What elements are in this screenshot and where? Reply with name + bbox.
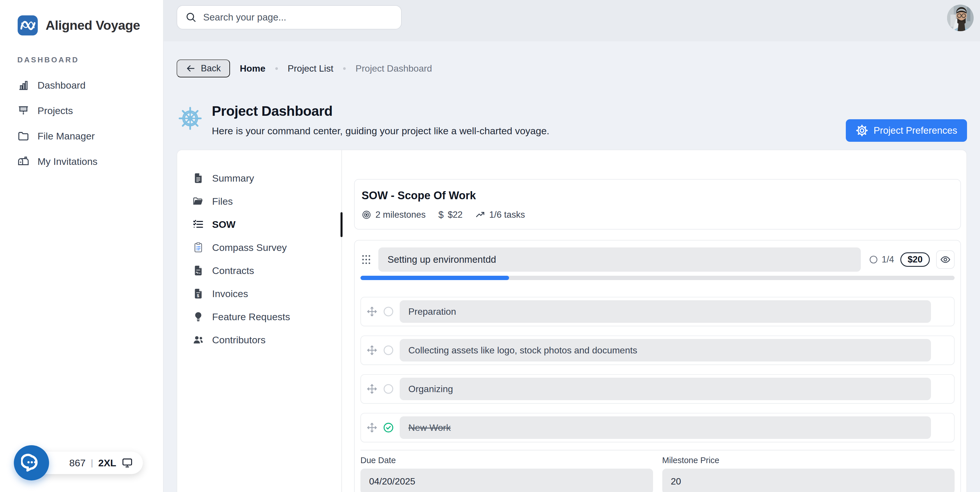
project-nav-contracts[interactable]: Contracts [177,259,341,282]
gear-icon [856,124,868,137]
task-checkbox-icon[interactable] [383,384,394,395]
project-nav-label: SOW [212,219,235,230]
monitor-icon [121,457,133,469]
eye-icon [940,254,951,265]
mailbox-icon [18,155,29,167]
topbar [164,0,980,41]
user-avatar[interactable] [947,5,974,31]
project-nav: Summary Files [177,150,342,492]
sidebar: Aligned Voyage DASHBOARD Dashboard [0,0,164,492]
project-nav-label: Summary [212,173,254,184]
chat-button[interactable] [14,445,49,481]
visibility-toggle-button[interactable] [936,250,955,269]
move-icon[interactable] [367,345,377,355]
task-row-completed [360,413,955,442]
task-input[interactable] [400,339,931,361]
sidebar-item-projects[interactable]: Projects [0,98,163,123]
folder-open-icon [192,196,204,207]
tasks-meta: 1/6 tasks [475,210,525,220]
sidebar-nav: Dashboard Projects File Manager [0,72,163,174]
clipboard-icon [192,242,204,253]
project-nav-sow[interactable]: SOW [177,213,341,236]
milestones-meta: 2 milestones [361,210,426,220]
milestone-price-badge[interactable]: $20 [900,252,930,267]
project-nav-label: Files [212,196,233,207]
milestone-fields: Due Date Milestone Price [360,455,955,492]
task-checkbox-checked-icon[interactable] [383,422,394,433]
lightbulb-icon [192,311,204,323]
badge-separator: | [91,458,93,468]
milestone-progress-bar [360,276,955,280]
task-input[interactable] [400,416,931,439]
task-input[interactable] [400,378,931,400]
project-preferences-label: Project Preferences [873,125,957,136]
drag-handle-icon[interactable] [360,253,372,266]
breadcrumb: Back Home Project List Project Dashboard [177,59,967,78]
project-nav-invoices[interactable]: $ Invoices [177,282,341,305]
breadcrumb-project-list[interactable]: Project List [288,63,333,74]
brand[interactable]: Aligned Voyage [0,0,163,37]
milestones-count: 2 milestones [375,210,426,220]
move-icon[interactable] [367,422,377,433]
page-header: Project Dashboard Here is your command c… [177,103,967,137]
move-icon[interactable] [367,384,377,394]
project-nav-contributors[interactable]: Contributors [177,328,341,351]
sow-title: SOW - Scope Of Work [361,189,953,202]
project-preferences-button[interactable]: Project Preferences [846,119,967,142]
invoice-icon: $ [192,288,204,299]
task-checkbox-icon[interactable] [383,345,394,356]
sidebar-item-label: My Invitations [38,156,97,167]
project-nav-feature-requests[interactable]: Feature Requests [177,305,341,328]
milestone-title-input[interactable] [378,247,861,272]
milestone-progress-label: 1/4 [881,255,894,265]
page-header-text: Project Dashboard Here is your command c… [212,103,549,137]
task-checkbox-icon[interactable] [383,306,394,317]
task-row [360,297,955,326]
milestone-header-row: 1/4 $20 [360,247,955,272]
contract-icon [192,265,204,276]
search-input[interactable] [203,12,393,23]
project-dashboard-card: Summary Files [177,150,967,492]
arrow-left-icon [186,64,196,73]
project-nav-label: Contracts [212,265,254,276]
sidebar-item-dashboard[interactable]: Dashboard [0,72,163,98]
milestone-card: 1/4 $20 [354,240,961,492]
milestone-progress-fill [360,276,509,280]
avatar-photo [947,5,974,31]
task-row [360,336,955,365]
project-nav-compass-survey[interactable]: Compass Survey [177,236,341,259]
sidebar-item-label: File Manager [38,131,95,142]
breadcrumb-home[interactable]: Home [240,63,266,74]
target-icon [361,210,371,220]
sidebar-item-my-invitations[interactable]: My Invitations [0,149,163,174]
page-subtitle: Here is your command center, guiding you… [212,125,549,137]
sidebar-item-file-manager[interactable]: File Manager [0,123,163,149]
checklist-icon [192,218,204,230]
total-price: $22 [447,210,463,220]
sow-panel: SOW - Scope Of Work 2 milestones $ $22 [342,150,966,492]
brand-name: Aligned Voyage [46,18,140,33]
sidebar-item-label: Dashboard [38,80,86,91]
search-bar[interactable] [177,5,402,29]
active-nav-indicator [340,212,342,237]
viewport-size-label: 2XL [99,457,116,469]
circle-icon [869,255,878,264]
app-root: Aligned Voyage DASHBOARD Dashboard [0,0,980,492]
page-title: Project Dashboard [212,103,549,119]
chat-bubble-icon [21,452,42,473]
main-area: Back Home Project List Project Dashboard [164,0,980,492]
due-date-label: Due Date [360,455,653,465]
move-icon[interactable] [367,306,377,317]
tasks-count: 1/6 tasks [489,210,525,220]
project-nav-label: Contributors [212,334,266,346]
task-input[interactable] [400,300,931,323]
project-nav-label: Invoices [212,288,248,299]
project-nav-summary[interactable]: Summary [177,167,341,190]
project-nav-files[interactable]: Files [177,190,341,213]
back-button[interactable]: Back [177,59,230,77]
milestone-divider [360,450,955,451]
milestone-price-input[interactable] [662,469,955,492]
due-date-input[interactable] [360,469,653,492]
back-label: Back [201,63,221,73]
search-icon [185,11,197,23]
